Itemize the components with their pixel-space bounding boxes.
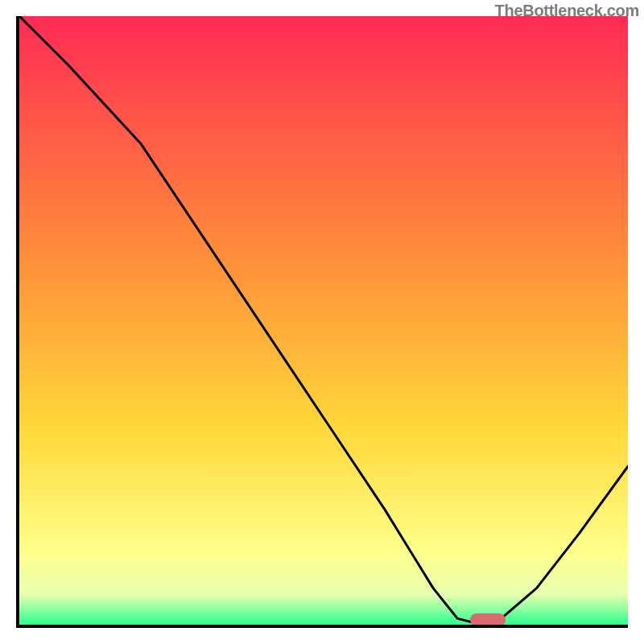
curve-layer [19, 16, 628, 625]
bottleneck-chart: TheBottleneck.com [0, 0, 644, 644]
plot-area [16, 16, 628, 628]
optimal-marker [470, 613, 506, 626]
bottleneck-curve-line [19, 16, 628, 625]
